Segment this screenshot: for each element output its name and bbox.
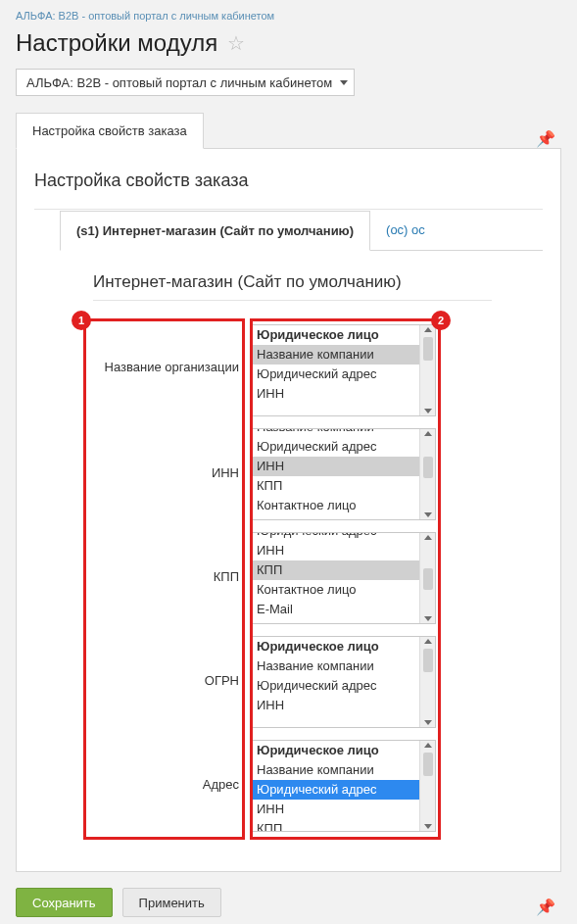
pin-icon[interactable]: 📌 — [530, 890, 561, 916]
listbox-option[interactable]: Контактное лицо — [251, 580, 419, 600]
label-inn: ИНН — [212, 465, 239, 480]
listbox-kpp[interactable]: Юридический адресИННКППКонтактное лицоE-… — [250, 532, 436, 624]
listbox-option[interactable]: Название компании — [251, 657, 419, 676]
label-address: Адрес — [203, 777, 239, 792]
label-org-name: Название организации — [105, 360, 239, 374]
tab-label: Настройка свойств заказа — [32, 123, 187, 138]
listbox-org-name[interactable]: Юридическое лицоНазвание компанииЮридиче… — [250, 324, 436, 416]
listbox-option[interactable]: Юридический адрес — [251, 365, 419, 384]
scrollbar[interactable] — [419, 741, 435, 831]
listbox-option[interactable]: ИНН — [251, 457, 419, 476]
chevron-down-icon — [340, 80, 348, 85]
favorite-star-icon[interactable]: ☆ — [227, 33, 245, 53]
listbox-inn[interactable]: Название компанииЮридический адресИННКПП… — [250, 428, 436, 520]
listbox-option[interactable]: Юридический адрес — [251, 676, 419, 696]
apply-button[interactable]: Применить — [122, 888, 221, 917]
listbox-option[interactable]: Юридическое лицо — [251, 637, 419, 657]
module-select[interactable]: АЛЬФА: B2B - оптовый портал с личным каб… — [16, 69, 355, 96]
listbox-option[interactable]: Юридический адрес — [251, 532, 419, 541]
scrollbar[interactable] — [419, 637, 435, 727]
listbox-option[interactable]: Юридический адрес — [251, 780, 419, 800]
listbox-option[interactable]: Название компании — [251, 345, 419, 365]
listboxes-column: Юридическое лицоНазвание компанииЮридиче… — [250, 324, 436, 832]
listbox-option[interactable]: КПП — [251, 476, 419, 496]
listbox-ogrn[interactable]: Юридическое лицоНазвание компанииЮридиче… — [250, 636, 436, 728]
label-ogrn: ОГРН — [205, 673, 239, 688]
module-select-value: АЛЬФА: B2B - оптовый портал с личным каб… — [26, 75, 332, 90]
labels-column: Название организации ИНН КПП ОГРН Адрес — [83, 318, 245, 840]
scrollbar[interactable] — [419, 325, 435, 415]
listbox-option[interactable]: ИНН — [251, 541, 419, 560]
scrollbar[interactable] — [419, 533, 435, 623]
tab-order-props[interactable]: Настройка свойств заказа — [16, 113, 204, 149]
inner-tab-oc[interactable]: (oc) oc — [370, 211, 441, 251]
listbox-option[interactable]: КПП — [251, 560, 419, 580]
pin-icon[interactable]: 📌 — [530, 122, 561, 148]
inner-tab-s1[interactable]: (s1) Интернет-магазин (Сайт по умолчанию… — [60, 211, 370, 251]
listbox-option[interactable]: Контактное лицо — [251, 496, 419, 515]
annotation-callout-1: 1 — [72, 311, 91, 330]
label-kpp: КПП — [214, 569, 239, 584]
annotation-callout-2: 2 — [431, 311, 451, 330]
listbox-option[interactable]: E-Mail — [251, 600, 419, 619]
inner-tab-label: (s1) Интернет-магазин (Сайт по умолчанию… — [76, 223, 354, 238]
listbox-option[interactable]: Юридическое лицо — [251, 741, 419, 760]
listbox-option[interactable]: Название компании — [251, 428, 419, 437]
section-title: Настройка свойств заказа — [34, 170, 543, 191]
listbox-option[interactable]: Название компании — [251, 760, 419, 780]
listbox-address[interactable]: Юридическое лицоНазвание компанииЮридиче… — [250, 740, 436, 832]
inner-tab-label: (oc) oc — [386, 222, 425, 237]
scrollbar[interactable] — [419, 429, 435, 519]
listbox-option[interactable]: КПП — [251, 819, 419, 832]
sub-title: Интернет-магазин (Сайт по умолчанию) — [93, 272, 492, 301]
listbox-option[interactable]: ИНН — [251, 800, 419, 819]
listbox-option[interactable]: ИНН — [251, 696, 419, 715]
save-button[interactable]: Сохранить — [16, 888, 113, 917]
page-title: Настройки модуля — [16, 29, 217, 57]
listbox-option[interactable]: ИНН — [251, 384, 419, 404]
listbox-option[interactable]: Юридическое лицо — [251, 325, 419, 345]
breadcrumb[interactable]: АЛЬФА: B2B - оптовый портал с личным каб… — [16, 8, 561, 25]
listbox-option[interactable]: Юридический адрес — [251, 437, 419, 457]
